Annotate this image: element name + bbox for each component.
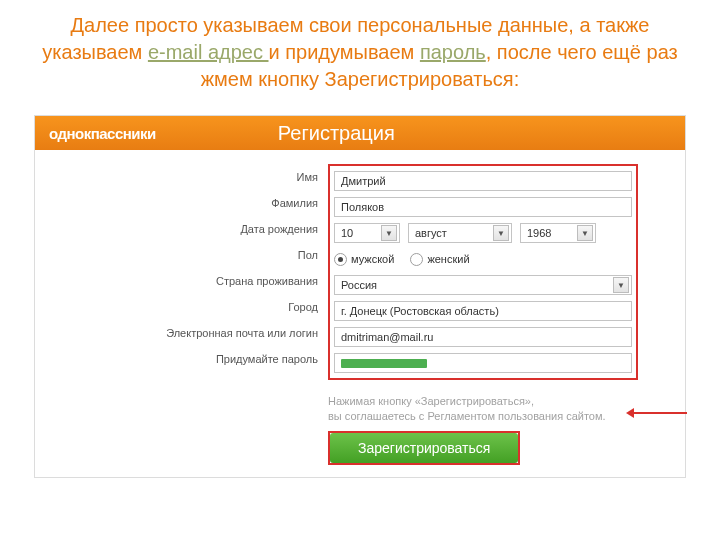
birth-month-select[interactable]: август▼ xyxy=(408,223,512,243)
caption-text: Далее просто указываем свои персональные… xyxy=(71,14,569,36)
field-labels: Имя Фамилия Дата рождения Пол Страна про… xyxy=(35,164,328,380)
chevron-down-icon: ▼ xyxy=(613,277,629,293)
site-logo: однокпассники xyxy=(35,125,170,142)
password-link: пароль xyxy=(420,41,486,63)
chevron-down-icon: ▼ xyxy=(381,225,397,241)
first-name-input[interactable]: Дмитрий xyxy=(334,171,632,191)
callout-arrow-icon xyxy=(629,412,687,414)
register-button[interactable]: Зарегистрироваться xyxy=(330,433,518,463)
last-name-input[interactable]: Поляков xyxy=(334,197,632,217)
chevron-down-icon: ▼ xyxy=(493,225,509,241)
label-gender: Пол xyxy=(35,242,318,268)
screenshot-frame: однокпассники Регистрация Имя Фамилия Да… xyxy=(34,115,686,478)
button-highlight-box: Зарегистрироваться xyxy=(328,431,520,465)
form-highlight-box: Дмитрий Поляков 10▼ август▼ 1968▼ мужско… xyxy=(328,164,638,380)
email-link: e-mail адрес xyxy=(148,41,269,63)
page-title: Регистрация xyxy=(278,122,395,145)
password-input[interactable] xyxy=(334,353,632,373)
instruction-caption: Далее просто указываем свои персональные… xyxy=(16,12,704,93)
label-first-name: Имя xyxy=(35,164,318,190)
gender-female-radio[interactable]: женский xyxy=(410,253,469,266)
label-password: Придумайте пароль xyxy=(35,346,318,372)
label-email: Электронная почта или логин xyxy=(35,320,318,346)
label-country: Страна проживания xyxy=(35,268,318,294)
label-city: Город xyxy=(35,294,318,320)
email-input[interactable]: dmitriman@mail.ru xyxy=(334,327,632,347)
birth-year-select[interactable]: 1968▼ xyxy=(520,223,596,243)
label-last-name: Фамилия xyxy=(35,190,318,216)
country-select[interactable]: Россия▼ xyxy=(334,275,632,295)
gender-male-radio[interactable]: мужской xyxy=(334,253,394,266)
city-input[interactable]: г. Донецк (Ростовская область) xyxy=(334,301,632,321)
password-mask xyxy=(341,359,427,368)
birth-day-select[interactable]: 10▼ xyxy=(334,223,400,243)
site-header: однокпассники Регистрация xyxy=(35,116,685,150)
chevron-down-icon: ▼ xyxy=(577,225,593,241)
label-birth-date: Дата рождения xyxy=(35,216,318,242)
